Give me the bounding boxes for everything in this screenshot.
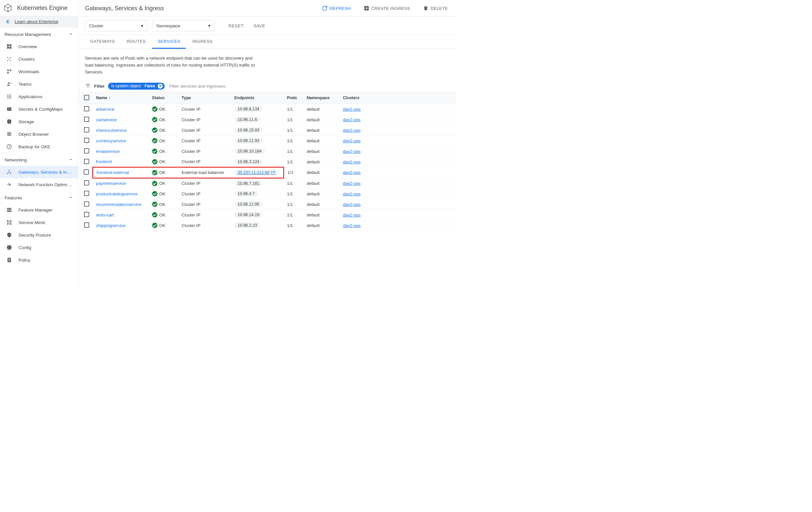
row-checkbox[interactable] [84, 169, 89, 174]
service-name-link[interactable]: productcatalogservice [96, 191, 138, 196]
reset-button[interactable]: RESET [226, 21, 246, 30]
delete-button[interactable]: DELETE [421, 4, 450, 12]
service-name-link[interactable]: paymentservice [96, 181, 126, 186]
svg-rect-51 [365, 8, 368, 8]
cluster-link[interactable]: day2-ops [343, 202, 360, 207]
checkbox-icon[interactable] [84, 95, 89, 100]
sidebar-item-backup-for-gke[interactable]: Backup for GKE [0, 140, 78, 153]
nav-section-header[interactable]: Features [0, 191, 78, 204]
col-pods[interactable]: Pods [284, 92, 303, 104]
filter-input[interactable] [168, 82, 450, 90]
status-text: OK [160, 181, 166, 186]
sidebar-item-secrets-configmaps[interactable]: Secrets & ConfigMaps [0, 103, 78, 115]
col-status[interactable]: Status [149, 92, 178, 104]
namespace-dropdown[interactable]: Namespace ▾ [152, 20, 215, 31]
sidebar-item-workloads[interactable]: Workloads [0, 65, 78, 78]
sidebar-item-label: Service Mesh [19, 220, 46, 225]
sidebar-item-applications[interactable]: Applications [0, 90, 78, 103]
sidebar-item-teams[interactable]: Teams [0, 78, 78, 90]
filter-chip[interactable]: Is system object : False ✕ [108, 83, 165, 90]
tab-gateways[interactable]: GATEWAYS [85, 35, 120, 49]
col-namespace[interactable]: Namespace [303, 92, 340, 104]
sort-asc-icon: ↑ [109, 96, 111, 100]
cluster-link[interactable]: day2-ops [343, 159, 360, 164]
service-name-link[interactable]: checkoutservice [96, 128, 127, 133]
type-cell: External load balancer [178, 167, 231, 178]
service-name-link[interactable]: adservice [96, 107, 115, 112]
cluster-link[interactable]: day2-ops [343, 191, 360, 196]
chevron-down-icon: ▾ [141, 23, 143, 28]
nav-section-header[interactable]: Resource Management [0, 27, 78, 40]
svg-point-21 [10, 96, 11, 97]
row-checkbox[interactable] [84, 127, 89, 132]
col-select-all[interactable] [78, 92, 93, 104]
endpoint-pill[interactable]: 35.237.11.211:80 [234, 170, 279, 176]
status-ok-icon [152, 128, 157, 133]
sidebar-item-storage[interactable]: Storage [0, 115, 78, 128]
sidebar-item-service-mesh[interactable]: Service Mesh [0, 216, 78, 228]
row-checkbox[interactable] [84, 106, 89, 111]
cluster-link[interactable]: day2-ops [343, 213, 360, 217]
cluster-dropdown[interactable]: Cluster ▾ [85, 20, 147, 31]
refresh-button[interactable]: REFRESH [320, 4, 353, 12]
service-name-link[interactable]: cartservice [96, 117, 117, 122]
type-cell: Cluster IP [178, 188, 231, 199]
row-checkbox[interactable] [84, 117, 89, 122]
status-ok-icon [152, 117, 157, 122]
service-name-link[interactable]: emailservice [96, 149, 120, 154]
row-checkbox[interactable] [84, 138, 89, 143]
svg-rect-5 [9, 47, 11, 49]
create-ingress-button[interactable]: CREATE INGRESS [361, 4, 412, 12]
col-endpoints[interactable]: Endpoints [231, 92, 284, 104]
sidebar-item-network-function-optimiz[interactable]: Network Function Optimiz… [0, 178, 78, 191]
row-checkbox[interactable] [84, 201, 89, 207]
col-type[interactable]: Type [178, 92, 231, 104]
col-clusters[interactable]: Clusters [340, 92, 457, 104]
enterprise-banner[interactable]: E Learn about Enterprise [0, 16, 78, 27]
apps-icon [6, 93, 12, 100]
sidebar-item-clusters[interactable]: Clusters [0, 53, 78, 65]
cluster-link[interactable]: day2-ops [343, 138, 360, 143]
tab-ingress[interactable]: INGRESS [187, 35, 218, 49]
sidebar-item-config[interactable]: Config [0, 241, 78, 254]
save-button[interactable]: SAVE [251, 21, 268, 30]
cluster-link[interactable]: day2-ops [343, 181, 360, 186]
cluster-link[interactable]: day2-ops [343, 107, 360, 112]
nav-section-title: Features [5, 195, 22, 200]
cluster-link[interactable]: day2-ops [343, 223, 360, 228]
col-name[interactable]: Name↑ [93, 92, 149, 104]
row-checkbox[interactable] [84, 212, 89, 217]
row-checkbox[interactable] [84, 148, 89, 154]
tab-services[interactable]: SERVICES [152, 35, 186, 49]
cluster-link[interactable]: day2-ops [343, 149, 360, 154]
type-cell: Cluster IP [178, 210, 231, 220]
cluster-link[interactable]: day2-ops [343, 128, 360, 133]
service-name-link[interactable]: currencyservice [96, 138, 126, 143]
sidebar-item-overview[interactable]: Overview [0, 40, 78, 53]
tab-routes[interactable]: ROUTES [121, 35, 151, 49]
cluster-link[interactable]: day2-ops [343, 170, 360, 175]
row-checkbox[interactable] [84, 180, 89, 186]
service-name-link[interactable]: shippingservice [96, 223, 126, 228]
sidebar-item-gateways-services-ingre[interactable]: Gateways, Services & Ingre… [0, 166, 78, 178]
sidebar-item-security-posture[interactable]: Security Posture [0, 228, 78, 241]
sidebar-item-object-browser[interactable]: Object Browser [0, 128, 78, 140]
row-checkbox[interactable] [84, 159, 89, 164]
row-checkbox[interactable] [84, 222, 89, 228]
service-name-link[interactable]: redis-cart [96, 213, 114, 217]
pods-cell: 1/1 [284, 114, 303, 125]
sidebar-item-policy[interactable]: Policy [0, 254, 78, 266]
cluster-link[interactable]: day2-ops [343, 117, 360, 122]
sidebar-item-feature-manager[interactable]: Feature Manager [0, 204, 78, 216]
row-checkbox[interactable] [84, 191, 89, 196]
svg-rect-2 [7, 44, 9, 46]
endpoint-pill: 10.96.7.181 [234, 181, 263, 187]
nav-section-header[interactable]: Networking [0, 153, 78, 166]
service-name-link[interactable]: frontend [96, 159, 112, 164]
enterprise-link[interactable]: Learn about Enterprise [15, 19, 58, 24]
security-icon [6, 232, 12, 238]
sidebar-item-label: Config [19, 245, 31, 250]
service-name-link[interactable]: recommendationservice [96, 202, 142, 207]
filter-chip-remove-icon[interactable]: ✕ [158, 84, 163, 89]
service-name-link[interactable]: frontend-external [96, 170, 129, 175]
